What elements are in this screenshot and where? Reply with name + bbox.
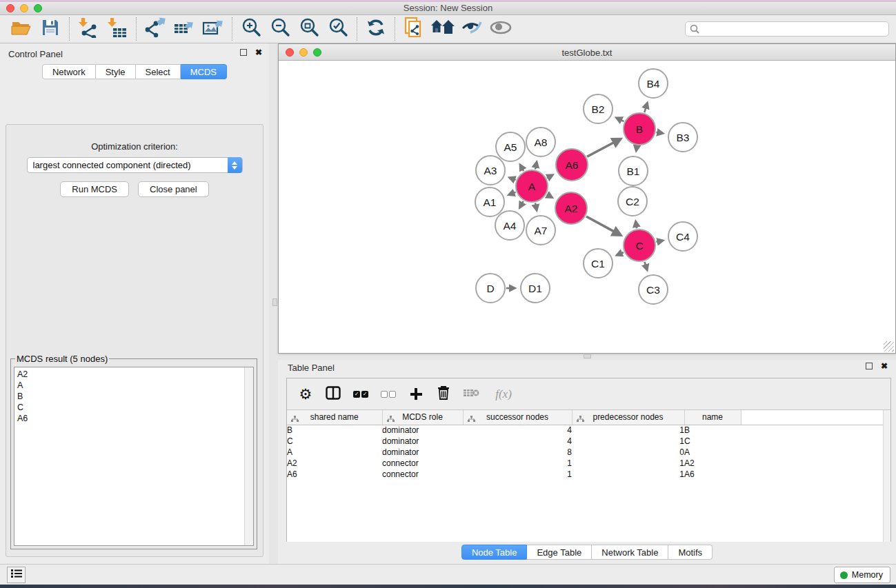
add-column-button[interactable] <box>407 384 425 405</box>
zoom-selected-button[interactable] <box>323 17 352 41</box>
hide-graphics-details-button[interactable] <box>457 17 486 41</box>
control-panel-title: Control Panel <box>8 49 63 59</box>
vertical-splitter-handle[interactable] <box>272 298 277 306</box>
graph-edge[interactable] <box>510 178 516 180</box>
memory-button[interactable]: Memory <box>834 567 890 583</box>
table-row[interactable]: A6connector11A6 <box>287 469 890 480</box>
column-header-name[interactable]: name <box>684 410 741 425</box>
tab-network-table[interactable]: Network Table <box>592 545 668 560</box>
select-all-button[interactable]: ✓✓ <box>352 384 370 405</box>
tab-select[interactable]: Select <box>136 64 181 79</box>
tab-node-table[interactable]: Node Table <box>461 545 528 560</box>
home-button[interactable] <box>428 17 457 41</box>
export-network-button[interactable] <box>141 17 170 41</box>
graph-edge[interactable] <box>644 103 647 112</box>
search-field-wrap <box>685 21 889 37</box>
deselect-all-button[interactable] <box>379 384 397 405</box>
graph-edge[interactable] <box>535 162 537 169</box>
show-column-button[interactable] <box>324 384 342 405</box>
graph-edge[interactable] <box>657 132 663 134</box>
table-panel-title: Table Panel <box>288 363 335 373</box>
show-task-history-button[interactable] <box>7 567 26 583</box>
table-row[interactable]: A2connector11A2 <box>287 458 890 469</box>
mcds-result-list[interactable]: A2ABCA6 <box>14 367 254 546</box>
table-scrollbar[interactable] <box>883 410 890 542</box>
table-row[interactable]: Bdominator41B <box>287 425 890 436</box>
network-window-titlebar[interactable]: testGlobe.txt <box>279 44 895 61</box>
table-row[interactable]: Adominator80A <box>287 447 890 458</box>
graph-node-label: A1 <box>484 196 497 208</box>
tab-mcds[interactable]: MCDS <box>181 64 227 79</box>
network-documents-button[interactable] <box>399 17 428 41</box>
table-settings-button[interactable]: ⚙ <box>297 384 315 405</box>
graph-edge[interactable] <box>636 222 637 229</box>
graph-edge[interactable] <box>617 118 624 121</box>
import-network-button[interactable] <box>74 17 103 41</box>
column-header-predecessor-nodes[interactable]: predecessor nodes <box>572 410 684 425</box>
window-resize-grip[interactable] <box>884 341 894 352</box>
graph-edge[interactable] <box>617 252 624 255</box>
export-image-icon <box>202 17 224 41</box>
export-image-button[interactable] <box>199 17 228 41</box>
graph-node-label: A4 <box>504 220 517 232</box>
zoom-in-button[interactable] <box>237 17 266 41</box>
node-table[interactable]: shared name MCDS role successor nodes pr… <box>287 410 890 542</box>
unchecked-checkbox-icon <box>381 391 388 398</box>
float-panel-icon[interactable] <box>240 49 247 56</box>
table-row[interactable]: Cdominator41C <box>287 436 890 447</box>
result-list-scrollbar[interactable] <box>244 367 253 545</box>
open-session-button[interactable] <box>7 17 36 41</box>
select-stepper[interactable] <box>228 157 242 173</box>
import-table-button[interactable] <box>103 17 132 41</box>
mcds-result-box: MCDS result (5 nodes) A2ABCA6 <box>10 354 257 549</box>
zoom-fit-button[interactable] <box>295 17 323 41</box>
column-header-mcds-role[interactable]: MCDS role <box>382 410 463 425</box>
graph-node-label: C4 <box>676 231 690 243</box>
column-header-shared-name[interactable]: shared name <box>287 410 382 425</box>
graph-edge[interactable] <box>644 262 647 270</box>
save-session-button[interactable] <box>36 17 65 41</box>
result-list-item[interactable]: C <box>17 402 253 413</box>
delete-column-button[interactable] <box>435 384 452 405</box>
graph-edge[interactable] <box>587 139 620 156</box>
table-cell: connector <box>382 469 463 480</box>
graph-edge[interactable] <box>520 165 524 171</box>
plus-icon <box>410 388 422 400</box>
result-list-item[interactable]: B <box>17 391 253 402</box>
network-canvas[interactable]: B4B2BB3A5A8A6A3B1AA1C2A2A4A7C4CC1DD1C3 <box>279 61 895 353</box>
columns-icon <box>326 386 341 403</box>
result-list-item[interactable]: A2 <box>17 369 253 380</box>
graph-edge[interactable] <box>520 201 524 207</box>
close-panel-icon[interactable]: ✖ <box>255 49 262 56</box>
graph-edge[interactable] <box>656 241 662 242</box>
run-mcds-button[interactable]: Run MCDS <box>60 181 129 197</box>
graph-edge[interactable] <box>509 192 516 195</box>
tab-edge-table[interactable]: Edge Table <box>527 545 592 560</box>
tab-motifs[interactable]: Motifs <box>668 545 713 560</box>
result-list-item[interactable]: A <box>17 380 253 391</box>
tab-network[interactable]: Network <box>42 64 96 79</box>
graph-edge[interactable] <box>636 146 637 151</box>
hierarchy-icon <box>577 414 584 424</box>
export-table-button[interactable] <box>170 17 199 41</box>
table-cell: dominator <box>382 447 463 458</box>
search-input[interactable] <box>685 21 889 37</box>
close-panel-icon[interactable]: ✖ <box>881 363 888 369</box>
graph-edge[interactable] <box>547 175 552 178</box>
graph-edge[interactable] <box>586 216 620 235</box>
zoom-out-button[interactable] <box>266 17 295 41</box>
criterion-select[interactable]: largest connected component (directed) <box>27 157 243 173</box>
refresh-view-button[interactable] <box>361 17 390 41</box>
column-header-successor-nodes[interactable]: successor nodes <box>463 410 572 425</box>
graph-edge[interactable] <box>535 203 537 210</box>
result-list-item[interactable]: A6 <box>17 413 253 424</box>
show-graphics-details-button[interactable] <box>486 17 515 41</box>
chevron-down-icon <box>232 166 237 170</box>
graph-edge[interactable] <box>547 194 552 197</box>
close-panel-button[interactable]: Close panel <box>138 181 209 197</box>
table-cell: 0 <box>572 447 684 458</box>
tab-style[interactable]: Style <box>96 64 136 79</box>
horizontal-splitter-handle[interactable] <box>584 354 591 358</box>
float-panel-icon[interactable] <box>866 363 873 369</box>
table-cell: 1 <box>572 458 684 469</box>
